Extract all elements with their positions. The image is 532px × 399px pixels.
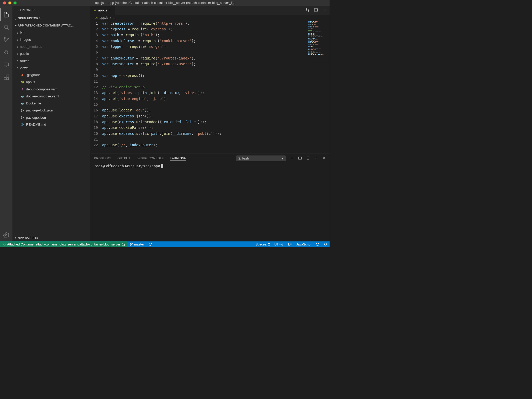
panel-tab-debug-console[interactable]: DEBUG CONSOLE: [137, 157, 164, 160]
terminal-selector[interactable]: 2: bash ▾: [236, 155, 286, 161]
chevron-down-icon: [14, 23, 18, 28]
split-icon: [314, 8, 318, 12]
minimap[interactable]: [307, 21, 330, 62]
js-icon: JS: [95, 16, 98, 19]
plus-icon: [290, 156, 294, 160]
window-controls: [0, 1, 17, 4]
file-docker-compose-yaml[interactable]: 🐋docker-compose.yaml: [12, 93, 90, 100]
split-terminal-button[interactable]: [298, 156, 302, 161]
breadcrumb-sep: ›: [110, 16, 111, 20]
panel-tab-output[interactable]: OUTPUT: [118, 157, 131, 160]
tree-item-label: views: [20, 66, 29, 70]
file-package-json[interactable]: { }package.json: [12, 114, 90, 121]
file-readme-md[interactable]: ⓘREADME.md: [12, 121, 90, 128]
panel-tabs: PROBLEMS OUTPUT DEBUG CONSOLE TERMINAL 2…: [91, 154, 330, 163]
compare-icon: [305, 8, 310, 12]
activity-scm[interactable]: [0, 34, 12, 46]
svg-point-18: [323, 10, 323, 10]
close-window-button[interactable]: [3, 1, 6, 4]
file-debug-compose-yaml[interactable]: !debug-compose.yaml: [12, 86, 90, 93]
activity-debug[interactable]: [0, 46, 12, 58]
chevron-right-icon: [16, 37, 20, 42]
panel-tab-problems[interactable]: PROBLEMS: [94, 157, 111, 160]
editor-body[interactable]: 12345678910111213141516171819202122 var …: [91, 21, 330, 154]
chevron-right-icon: [14, 16, 18, 21]
breadcrumbs[interactable]: JS app.js › ...: [91, 15, 330, 21]
activity-explorer[interactable]: [0, 8, 12, 21]
folder-routes[interactable]: routes: [12, 57, 90, 64]
svg-point-19: [324, 10, 325, 10]
tab-app-js[interactable]: JS app.js: [91, 6, 115, 15]
js-icon: JS: [20, 81, 25, 83]
panel-tab-terminal[interactable]: TERMINAL: [170, 156, 186, 161]
close-tab-button[interactable]: [109, 8, 112, 12]
activity-bar: [0, 6, 12, 241]
terminal-body[interactable]: root@8df0ae1eb345:/usr/src/app#: [91, 163, 330, 241]
bottom-panel: PROBLEMS OUTPUT DEBUG CONSOLE TERMINAL 2…: [91, 154, 330, 242]
bell-icon: [324, 243, 328, 246]
activity-settings[interactable]: [0, 229, 12, 241]
tab-label: app.js: [98, 8, 107, 12]
svg-point-27: [130, 243, 131, 244]
js-icon: JS: [93, 9, 96, 12]
status-eol[interactable]: LF: [286, 241, 294, 247]
folder-bin[interactable]: bin: [12, 29, 90, 36]
status-spaces[interactable]: Spaces: 2: [253, 241, 272, 247]
status-bell[interactable]: [322, 241, 330, 247]
chevron-right-icon: [16, 52, 20, 56]
chevron-right-icon: [16, 59, 20, 63]
svg-point-2: [4, 37, 5, 39]
chevron-up-icon: [314, 156, 318, 160]
activity-extensions[interactable]: [0, 71, 12, 84]
tree-item-label: images: [20, 38, 31, 42]
split-editor-button[interactable]: [314, 8, 318, 13]
chevron-right-icon: [16, 45, 20, 49]
extensions-icon: [3, 74, 9, 81]
status-sync[interactable]: [146, 241, 154, 247]
more-actions-button[interactable]: [322, 8, 326, 13]
titlebar: app.js — app [Attached Container attach-…: [0, 0, 330, 6]
svg-point-31: [317, 244, 317, 244]
section-npm-scripts[interactable]: NPM SCRIPTS: [12, 234, 90, 241]
close-icon: [322, 156, 326, 160]
status-feedback[interactable]: [313, 241, 322, 247]
tree-item-label: routes: [20, 59, 29, 63]
kill-terminal-button[interactable]: [306, 156, 310, 161]
remote-icon: [3, 62, 9, 68]
close-panel-button[interactable]: [322, 156, 326, 161]
file-dockerfile[interactable]: 🐋Dockerfile: [12, 100, 90, 107]
svg-rect-7: [4, 75, 6, 77]
section-workspace[interactable]: APP [ATTACHED CONTAINER ATTAC...: [12, 22, 90, 29]
terminal-prompt: root@8df0ae1eb345:/usr/src/app#: [94, 164, 160, 168]
tree-item-label: README.md: [26, 123, 46, 127]
file--gitignore[interactable]: ◆.gitignore: [12, 71, 90, 78]
section-open-editors[interactable]: OPEN EDITORS: [12, 15, 90, 22]
breadcrumb-file: app.js: [99, 16, 108, 20]
file-package-lock-json[interactable]: { }package-lock.json: [12, 107, 90, 114]
terminal-cursor: [161, 164, 163, 168]
folder-node-modules[interactable]: node_modules: [12, 43, 90, 50]
activity-remote[interactable]: [0, 58, 12, 71]
minimize-window-button[interactable]: [8, 1, 11, 4]
status-remote[interactable]: Attached Container attach-container-blog…: [0, 241, 127, 247]
svg-point-32: [318, 244, 318, 244]
close-icon: [109, 9, 112, 11]
compare-changes-button[interactable]: [305, 8, 310, 13]
new-terminal-button[interactable]: [290, 156, 294, 161]
status-language[interactable]: JavaScript: [294, 241, 313, 247]
folder-views[interactable]: views: [12, 64, 90, 71]
svg-rect-8: [4, 78, 6, 80]
docker-icon: 🐋: [20, 102, 25, 105]
status-encoding[interactable]: UTF-8: [272, 241, 286, 247]
status-branch[interactable]: master: [127, 241, 146, 247]
file-app-js[interactable]: JSapp.js: [12, 78, 90, 85]
activity-search[interactable]: [0, 21, 12, 34]
code-content[interactable]: var createError = require('http-errors')…: [102, 21, 330, 154]
maximize-window-button[interactable]: [13, 1, 17, 4]
folder-images[interactable]: images: [12, 36, 90, 43]
folder-public[interactable]: public: [12, 50, 90, 57]
svg-point-28: [130, 245, 131, 246]
tree-item-label: node_modules: [20, 45, 42, 49]
statusbar: Attached Container attach-container-blog…: [0, 241, 330, 247]
maximize-panel-button[interactable]: [314, 156, 318, 161]
